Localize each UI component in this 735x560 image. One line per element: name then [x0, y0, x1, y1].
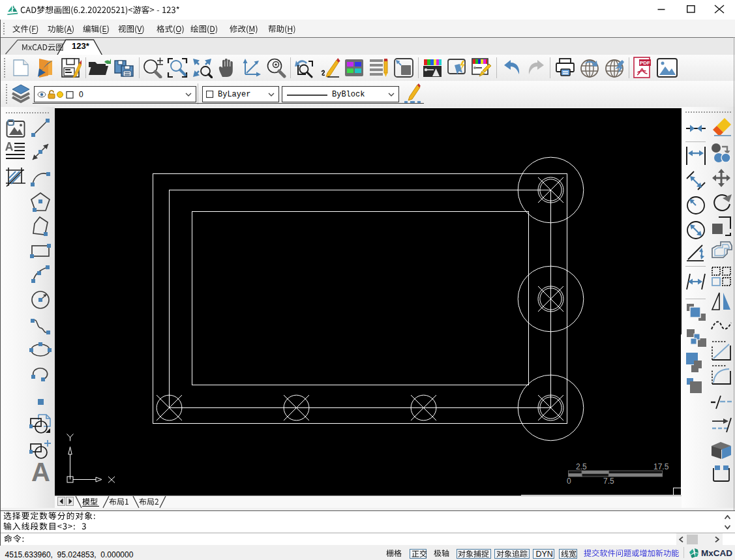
svg-text:PDF: PDF	[640, 60, 650, 66]
svg-text:2.5: 2.5	[576, 462, 587, 471]
svg-text:7.5: 7.5	[603, 477, 614, 486]
svg-text:17.5: 17.5	[653, 462, 669, 471]
svg-text:0: 0	[567, 477, 571, 486]
